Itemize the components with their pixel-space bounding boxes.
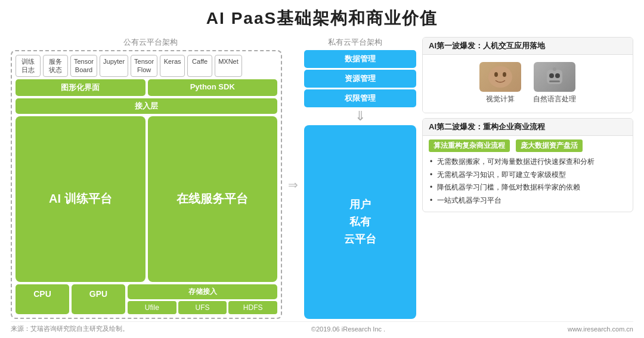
nlp-item: 自然语言处理	[533, 62, 576, 104]
algo-row: 算法重构复杂商业流程 庞大数据资产盘活	[429, 139, 627, 152]
resource-mgmt: 资源管理	[304, 70, 416, 88]
gui-sdk-row: 图形化界面 Python SDK	[16, 79, 277, 96]
main-platforms: AI 训练平台 在线服务平台	[16, 116, 277, 282]
footer-website: www.iresearch.com.cn	[568, 325, 633, 333]
arrow-down: ⇓	[355, 110, 366, 123]
section1: AI第一波爆发：人机交互应用落地	[422, 37, 633, 113]
online-platform: 在线服务平台	[148, 116, 278, 282]
top-tools-row: 训练日志 服务状态 TensorBoard Jupyter TensorFlow…	[16, 55, 277, 77]
images-row: 视觉计算	[429, 60, 627, 108]
private-cloud-label: 私有云平台架构	[287, 37, 416, 48]
storage-area: 存储接入 Ufile UFS HDFS	[128, 284, 277, 314]
svg-point-1	[494, 72, 498, 77]
tag1: 算法重构复杂商业流程	[429, 139, 510, 152]
section2-body: 算法重构复杂商业流程 庞大数据资产盘活 无需数据搬家，可对海量数据进行快速探查和…	[423, 136, 633, 212]
source-text: 来源：艾瑞咨询研究院自主研究及绘制。	[11, 325, 129, 332]
tool-mxnet: MXNet	[215, 55, 242, 77]
bullet-4: 一站式机器学习平台	[429, 194, 627, 207]
svg-rect-6	[549, 80, 560, 82]
gui-label: 图形化界面	[16, 79, 145, 96]
section2-title: AI第二波爆发：重构企业商业流程	[429, 122, 545, 131]
user-private-box: 用户私有云平台	[304, 125, 416, 319]
private-cloud-col: 数据管理 资源管理 权限管理 ⇓ 用户私有云平台	[304, 50, 416, 319]
svg-rect-7	[553, 67, 556, 71]
svg-point-2	[503, 72, 506, 77]
content-area: 公有云平台架构 私有云平台架构 训练日志 服务状态 TensorBoard Ju…	[11, 37, 633, 319]
tool-caffe: Caffe	[187, 55, 212, 77]
bullet-2: 无需机器学习知识，即可建立专家级模型	[429, 169, 627, 182]
tool-tensorflow: TensorFlow	[131, 55, 157, 77]
section1-header: AI第一波爆发：人机交互应用落地	[423, 38, 633, 55]
section2: AI第二波爆发：重构企业商业流程 算法重构复杂商业流程 庞大数据资产盘活 无需数…	[422, 118, 633, 212]
tool-keras: Keras	[160, 55, 185, 77]
cpu-box: CPU	[16, 284, 69, 314]
data-mgmt: 数据管理	[304, 50, 416, 68]
tool-fuwu: 服务状态	[43, 55, 68, 77]
access-layer: 接入层	[16, 98, 277, 114]
tool-tensorboard: TensorBoard	[70, 55, 97, 77]
arrow-right-main: ⇒	[287, 50, 299, 319]
storage-sub: Ufile UFS HDFS	[128, 301, 277, 314]
footer-source: 来源：艾瑞咨询研究院自主研究及绘制。	[11, 324, 129, 333]
train-platform: AI 训练平台	[16, 116, 145, 282]
sdk-label: Python SDK	[148, 79, 278, 96]
storage-ufs: UFS	[178, 301, 227, 314]
footer: 来源：艾瑞咨询研究院自主研究及绘制。 ©2019.06 iResearch In…	[11, 321, 633, 333]
vision-item: 视觉计算	[479, 62, 521, 104]
face-image	[479, 62, 521, 92]
storage-ufile: Ufile	[128, 301, 177, 314]
bottom-resources: CPU GPU 存储接入 Ufile UFS HDFS	[16, 284, 277, 314]
diagram-area: 训练日志 服务状态 TensorBoard Jupyter TensorFlow…	[11, 50, 416, 319]
auth-mgmt: 权限管理	[304, 89, 416, 107]
right-panel: AI第一波爆发：人机交互应用落地	[422, 37, 633, 319]
left-panel: 公有云平台架构 私有云平台架构 训练日志 服务状态 TensorBoard Ju…	[11, 37, 416, 319]
bullet-1: 无需数据搬家，可对海量数据进行快速探查和分析	[429, 156, 627, 169]
storage-hdfs: HDFS	[228, 301, 277, 314]
nlp-label: 自然语言处理	[533, 94, 576, 104]
cloud-labels: 公有云平台架构 私有云平台架构	[11, 37, 416, 48]
svg-point-0	[488, 66, 512, 88]
public-cloud-label: 公有云平台架构	[13, 37, 287, 48]
gpu-box: GPU	[72, 284, 125, 314]
vision-label: 视觉计算	[486, 94, 515, 104]
tool-jupyter: Jupyter	[100, 55, 128, 77]
storage-label: 存储接入	[128, 284, 277, 299]
section1-body: 视觉计算	[423, 55, 633, 113]
section1-title: AI第一波爆发：人机交互应用落地	[429, 41, 545, 50]
svg-point-5	[555, 73, 560, 78]
tag2: 庞大数据资产盘活	[516, 139, 583, 152]
main-title: AI PaaS基础架构和商业价值	[11, 7, 633, 30]
section2-header: AI第二波爆发：重构企业商业流程	[423, 119, 633, 136]
bullet-list: 无需数据搬家，可对海量数据进行快速探查和分析 无需机器学习知识，即可建立专家级模…	[429, 156, 627, 207]
public-cloud-box: 训练日志 服务状态 TensorBoard Jupyter TensorFlow…	[11, 50, 282, 319]
robot-image	[534, 62, 575, 92]
footer-copyright: ©2019.06 iResearch Inc .	[311, 325, 385, 333]
page-wrapper: AI PaaS基础架构和商业价值 公有云平台架构 私有云平台架构 训练日志 服务…	[0, 0, 644, 338]
tool-xunlian: 训练日志	[16, 55, 41, 77]
bullet-3: 降低机器学习门槛，降低对数据科学家的依赖	[429, 181, 627, 194]
svg-point-4	[549, 73, 554, 78]
private-mgmt: 数据管理 资源管理 权限管理	[304, 50, 416, 107]
